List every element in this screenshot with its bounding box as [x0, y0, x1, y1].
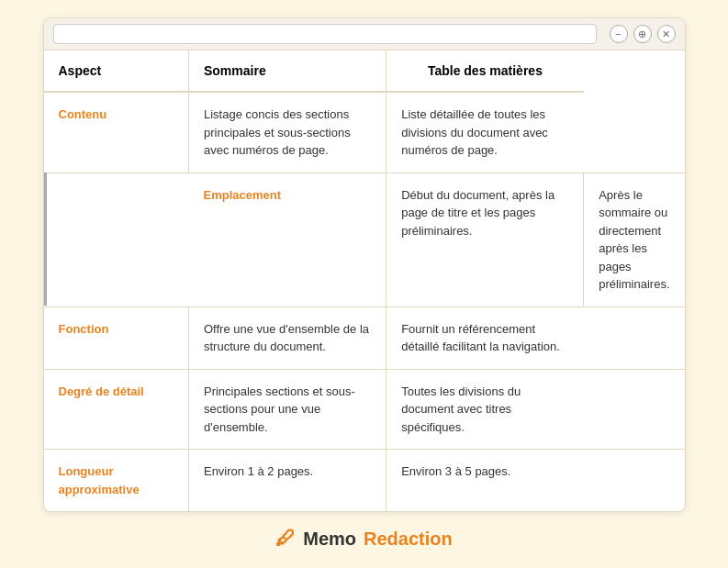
header-table-matieres: Table des matières [386, 50, 584, 92]
cell-aspect: Emplacement [188, 173, 386, 306]
cell-table-matieres: Fournit un référencement détaillé facili… [386, 306, 584, 369]
cell-table-matieres: Toutes les divisions du document avec ti… [386, 369, 584, 450]
cell-aspect: Degré de détail [44, 369, 189, 450]
brand-icon: 🖊 [275, 527, 296, 551]
cell-sommaire: Début du document, après la page de titr… [386, 173, 584, 306]
cell-sommaire: Listage concis des sections principales … [188, 92, 386, 173]
cell-sommaire: Offre une vue d'ensemble de la structure… [188, 306, 386, 369]
title-bar-input [53, 24, 597, 44]
cell-aspect: Longueur approximative [44, 450, 189, 512]
minimize-button[interactable]: − [610, 25, 628, 43]
cell-table-matieres: Liste détaillée de toutes les divisions … [386, 92, 584, 173]
cell-aspect: Fonction [44, 306, 189, 369]
cell-aspect: Contenu [44, 92, 189, 173]
cell-table-matieres: Après le sommaire ou directement après l… [584, 173, 685, 306]
aspect-label: Fonction [59, 322, 109, 336]
title-bar: − ⊕ ✕ [44, 18, 685, 50]
aspect-label: Emplacement [203, 188, 281, 202]
fullscreen-button[interactable]: ⊕ [633, 25, 652, 43]
table-row: EmplacementDébut du document, après la p… [44, 173, 685, 306]
cell-sommaire: Environ 1 à 2 pages. [188, 450, 386, 512]
aspect-label: Degré de détail [59, 384, 144, 398]
table-row: Longueur approximativeEnviron 1 à 2 page… [44, 450, 685, 512]
header-sommaire: Sommaire [188, 50, 386, 92]
table-row: ContenuListage concis des sections princ… [44, 92, 685, 173]
table-row: Degré de détailPrincipales sections et s… [44, 369, 685, 450]
brand-redaction: Redaction [364, 529, 453, 550]
table-row: FonctionOffre une vue d'ensemble de la s… [44, 306, 685, 369]
brand-footer: 🖊 MemoRedaction [275, 527, 452, 551]
outer-card: − ⊕ ✕ Aspect Sommaire Table des matières… [25, 0, 704, 568]
header-aspect: Aspect [44, 50, 189, 92]
aspect-label: Longueur approximative [59, 464, 140, 496]
aspect-label: Contenu [59, 107, 107, 121]
window-frame: − ⊕ ✕ Aspect Sommaire Table des matières… [43, 17, 686, 512]
brand-memo: Memo [303, 529, 356, 550]
close-button[interactable]: ✕ [657, 25, 676, 43]
comparison-table: Aspect Sommaire Table des matières Conte… [44, 50, 685, 511]
cell-sommaire: Principales sections et sous-sections po… [188, 369, 386, 450]
cell-table-matieres: Environ 3 à 5 pages. [386, 450, 584, 512]
